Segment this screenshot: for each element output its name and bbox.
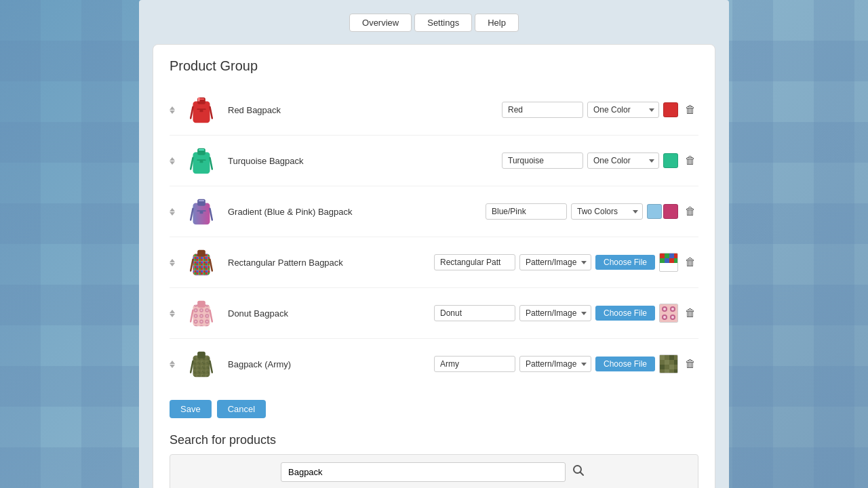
sort-handle[interactable]	[170, 106, 175, 114]
svg-rect-64	[665, 360, 669, 365]
svg-rect-19	[200, 211, 203, 214]
svg-rect-65	[669, 355, 674, 360]
svg-rect-63	[660, 355, 665, 360]
color-name-input[interactable]	[434, 356, 515, 372]
sort-handle[interactable]	[170, 259, 175, 266]
svg-rect-36	[669, 258, 674, 263]
arrow-up-icon	[170, 106, 175, 110]
product-thumbnail	[183, 92, 220, 128]
color-name-input[interactable]	[434, 305, 515, 321]
color-type-select[interactable]: One Color Two Colors Pattern/Image	[587, 102, 659, 118]
delete-button[interactable]: 🗑	[682, 255, 698, 270]
svg-rect-16	[197, 199, 205, 206]
svg-rect-67	[669, 365, 674, 369]
pattern-thumbnail	[659, 253, 678, 272]
cancel-button[interactable]: Cancel	[217, 400, 266, 418]
arrow-down-icon	[170, 212, 175, 216]
delete-button[interactable]: 🗑	[682, 357, 698, 371]
svg-line-61	[210, 361, 212, 373]
search-input[interactable]	[281, 462, 566, 482]
delete-button[interactable]: 🗑	[682, 153, 698, 168]
product-thumbnail	[183, 142, 220, 179]
svg-rect-32	[669, 253, 674, 258]
color-type-select[interactable]: One Color Two Colors Pattern/Image	[519, 305, 591, 321]
svg-rect-37	[674, 258, 678, 263]
pattern-thumbnail	[659, 354, 678, 373]
search-button[interactable]	[570, 462, 587, 483]
overview-tab[interactable]: Overview	[349, 14, 412, 32]
svg-rect-35	[665, 258, 669, 263]
product-row: Donut Bagpack One Color Two Colors Patte…	[170, 288, 698, 339]
svg-point-53	[671, 316, 674, 319]
search-bar-container: Bagpack (Army) BAG-006	[170, 454, 698, 488]
svg-rect-31	[665, 253, 669, 258]
svg-rect-18	[197, 210, 205, 211]
product-thumbnail	[183, 244, 220, 281]
arrow-down-icon	[170, 314, 175, 317]
product-controls: One Color Two Colors Pattern/Image 🗑	[502, 102, 698, 118]
delete-button[interactable]: 🗑	[682, 306, 698, 321]
product-name: Gradient (Blue & Pink) Bagpack	[228, 207, 477, 217]
color-swatch-2[interactable]	[663, 204, 678, 219]
product-row: Gradient (Blue & Pink) Bagpack One Color…	[170, 186, 698, 237]
color-swatch[interactable]	[663, 102, 678, 117]
delete-button[interactable]: 🗑	[682, 102, 698, 117]
svg-line-6	[210, 107, 212, 119]
product-row: Bagpack (Army) One Color Two Colors Patt…	[170, 339, 698, 389]
svg-line-60	[191, 361, 193, 373]
svg-rect-7	[198, 98, 200, 102]
sort-handle[interactable]	[170, 157, 175, 165]
sort-handle[interactable]	[170, 310, 175, 317]
arrow-down-icon	[170, 161, 175, 165]
color-type-select[interactable]: One Color Two Colors Pattern/Image	[519, 254, 591, 270]
action-buttons: Save Cancel	[170, 389, 698, 426]
color-swatch-1[interactable]	[647, 204, 662, 219]
search-icon	[572, 464, 585, 476]
settings-tab[interactable]: Settings	[414, 14, 472, 32]
svg-rect-30	[660, 253, 665, 258]
product-name: Turquoise Bagpack	[228, 156, 494, 166]
pattern-thumbnail	[659, 304, 678, 323]
svg-rect-68	[674, 360, 678, 365]
svg-line-44	[210, 310, 212, 322]
product-list: Red Bagpack One Color Two Colors Pattern…	[170, 85, 698, 389]
sort-handle[interactable]	[170, 208, 175, 216]
color-name-input[interactable]	[502, 152, 583, 169]
save-button[interactable]: Save	[170, 400, 212, 418]
product-controls: One Color Two Colors Pattern/Image Choos…	[434, 354, 698, 373]
product-controls: One Color Two Colors Pattern/Image 🗑	[502, 152, 698, 169]
color-type-select[interactable]: One Color Two Colors Pattern/Image	[587, 152, 659, 169]
product-name: Donut Bagpack	[228, 308, 426, 319]
choose-file-button[interactable]: Choose File	[595, 357, 655, 371]
svg-rect-9	[197, 148, 205, 155]
svg-line-5	[191, 107, 193, 119]
svg-rect-10	[199, 149, 204, 150]
svg-line-28	[191, 260, 193, 271]
color-name-input[interactable]	[434, 254, 515, 270]
arrow-down-icon	[170, 110, 175, 114]
choose-file-button[interactable]: Choose File	[595, 306, 655, 321]
choose-file-button[interactable]: Choose File	[595, 255, 655, 270]
top-nav: Overview Settings Help	[153, 14, 715, 32]
sort-handle[interactable]	[170, 361, 175, 368]
help-tab[interactable]: Help	[475, 14, 519, 32]
svg-rect-42	[197, 301, 205, 308]
svg-rect-4	[200, 110, 203, 112]
color-type-select[interactable]: One Color Two Colors Pattern/Image	[519, 356, 591, 372]
svg-rect-12	[200, 161, 203, 163]
svg-rect-11	[197, 159, 205, 161]
color-swatch[interactable]	[663, 153, 678, 168]
product-controls: One Color Two Colors Pattern/Image Choos…	[434, 304, 698, 323]
svg-line-14	[210, 158, 212, 169]
search-section: Search for products	[170, 426, 698, 488]
color-name-input[interactable]	[486, 203, 567, 220]
color-type-select[interactable]: One Color Two Colors Pattern/Image	[571, 203, 643, 220]
arrow-up-icon	[170, 157, 175, 161]
color-name-input[interactable]	[502, 102, 583, 118]
svg-rect-0	[193, 102, 210, 123]
delete-button[interactable]: 🗑	[682, 204, 698, 219]
color-swatches	[647, 204, 678, 219]
product-row: Red Bagpack One Color Two Colors Pattern…	[170, 85, 698, 136]
product-row: Turquoise Bagpack One Color Two Colors P…	[170, 136, 698, 186]
svg-rect-59	[197, 352, 205, 359]
